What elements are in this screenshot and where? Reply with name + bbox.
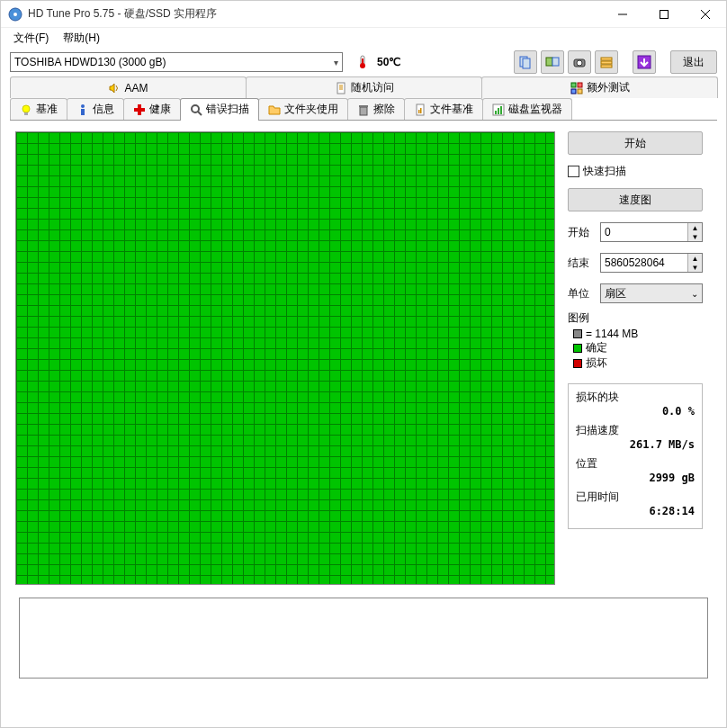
menu-bar: 文件(F) 帮助(H) [1, 28, 726, 48]
tab-file-benchmark[interactable]: 文件基准 [404, 98, 483, 120]
window-title: HD Tune Pro 5.75 - 硬盘/SSD 实用程序 [28, 6, 602, 22]
spinner-arrows[interactable]: ▲▼ [687, 254, 702, 272]
svg-rect-28 [24, 112, 28, 115]
quick-scan-label: 快速扫描 [583, 164, 626, 179]
quick-scan-checkbox[interactable] [568, 166, 579, 177]
save-screenshot-button[interactable] [568, 50, 591, 74]
start-scan-button[interactable]: 开始 [568, 131, 703, 155]
svg-rect-26 [578, 89, 582, 94]
position-value: 2999 gB [576, 472, 695, 484]
tab-info[interactable]: 信息 [67, 98, 124, 120]
svg-rect-12 [552, 58, 559, 66]
chart-icon [492, 103, 505, 116]
position-label: 位置 [576, 456, 695, 472]
health-cross-icon [133, 103, 146, 116]
legend-damaged: 损坏 [568, 355, 703, 371]
svg-rect-17 [601, 65, 612, 67]
tab-folder-usage[interactable]: 文件夹使用 [258, 98, 348, 120]
app-icon [8, 7, 22, 22]
tab-benchmark[interactable]: 基准 [10, 98, 67, 120]
toolbar: TOSHIBA HDWD130 (3000 gB) ▾ 50℃ 退出 [1, 48, 726, 76]
log-output [19, 598, 708, 679]
legend-ok: 确定 [568, 340, 703, 355]
unit-row: 单位 扇区 ⌄ [568, 283, 703, 303]
tab-content: 开始 快速扫描 速度图 开始 0 ▲▼ 结束 5860528064 ▲▼ 单位 … [1, 121, 726, 592]
tab-disk-monitor[interactable]: 磁盘监视器 [482, 98, 572, 120]
folder-icon [268, 103, 281, 116]
block-map [15, 131, 555, 585]
menu-file[interactable]: 文件(F) [6, 29, 56, 48]
menu-help[interactable]: 帮助(H) [56, 29, 107, 48]
save-button[interactable] [633, 50, 656, 74]
end-sector-row: 结束 5860528064 ▲▼ [568, 253, 703, 273]
svg-point-27 [22, 105, 30, 112]
svg-rect-32 [134, 108, 145, 112]
start-sector-row: 开始 0 ▲▼ [568, 222, 703, 242]
svg-rect-3 [660, 10, 669, 18]
gray-square-icon [573, 329, 582, 338]
svg-point-1 [13, 13, 17, 16]
elapsed-value: 6:28:14 [576, 505, 695, 517]
file-bench-icon [414, 103, 426, 116]
tab-aam[interactable]: AAM [10, 76, 247, 98]
bulb-icon [20, 103, 32, 116]
svg-rect-39 [420, 108, 422, 113]
svg-rect-41 [495, 111, 497, 114]
svg-point-33 [192, 105, 199, 112]
spinner-arrows[interactable]: ▲▼ [687, 223, 702, 241]
svg-rect-10 [523, 58, 530, 68]
title-bar: HD Tune Pro 5.75 - 硬盘/SSD 实用程序 [1, 1, 726, 28]
speed-map-button[interactable]: 速度图 [568, 188, 703, 211]
drive-select[interactable]: TOSHIBA HDWD130 (3000 gB) ▾ [10, 52, 343, 72]
svg-rect-11 [546, 58, 552, 66]
info-icon [76, 103, 89, 116]
stats-box: 损坏的块 0.0 % 扫描速度 261.7 MB/s 位置 2999 gB 已用… [568, 383, 703, 529]
options-button[interactable] [595, 50, 618, 74]
exit-button[interactable]: 退出 [670, 50, 717, 74]
temperature-value: 50℃ [377, 56, 400, 68]
side-panel: 开始 快速扫描 速度图 开始 0 ▲▼ 结束 5860528064 ▲▼ 单位 … [568, 131, 703, 585]
maximize-button[interactable] [643, 1, 685, 28]
copy-screenshot-button[interactable] [541, 50, 564, 74]
thermometer-icon [355, 55, 370, 69]
tab-error-scan[interactable]: 错误扫描 [180, 98, 259, 120]
svg-rect-38 [418, 110, 420, 113]
start-sector-input[interactable]: 0 ▲▼ [600, 222, 703, 242]
end-sector-label: 结束 [568, 256, 595, 271]
svg-rect-16 [601, 61, 612, 64]
copy-info-button[interactable] [514, 50, 537, 74]
magnifier-icon [190, 103, 202, 116]
drive-select-value: TOSHIBA HDWD130 (3000 gB) [14, 56, 166, 68]
svg-point-14 [577, 60, 582, 66]
svg-rect-30 [81, 109, 85, 115]
green-square-icon [573, 344, 582, 353]
svg-rect-19 [337, 83, 345, 94]
document-icon [335, 82, 347, 94]
scan-speed-value: 261.7 MB/s [576, 438, 695, 451]
legend: 图例 = 1144 MB 确定 损坏 [568, 310, 703, 371]
red-square-icon [573, 359, 582, 368]
minimize-button[interactable] [602, 1, 643, 28]
tab-erase[interactable]: 擦除 [347, 98, 405, 120]
elapsed-label: 已用时间 [576, 490, 695, 505]
tab-health[interactable]: 健康 [123, 98, 181, 120]
speaker-icon [108, 82, 121, 94]
end-sector-input[interactable]: 5860528064 ▲▼ [600, 253, 703, 273]
chevron-down-icon: ⌄ [691, 289, 698, 299]
dropdown-arrow-icon: ▾ [334, 58, 338, 67]
svg-rect-23 [571, 83, 576, 87]
start-sector-label: 开始 [568, 225, 595, 240]
svg-rect-35 [360, 107, 367, 115]
unit-label: 单位 [568, 286, 595, 301]
svg-rect-15 [601, 58, 612, 60]
tab-extra-tests[interactable]: 额外测试 [481, 76, 718, 98]
close-button[interactable] [685, 1, 726, 28]
svg-rect-8 [362, 58, 364, 66]
tab-random-access[interactable]: 随机访问 [246, 76, 482, 98]
tabs-area: AAM 随机访问 额外测试 基准 信息 健康 错误扫描 文件夹使用 [1, 76, 726, 121]
unit-select[interactable]: 扇区 ⌄ [600, 283, 703, 303]
damaged-blocks-value: 0.0 % [576, 405, 695, 418]
trash-icon [357, 103, 370, 116]
quick-scan-row[interactable]: 快速扫描 [568, 162, 703, 181]
grid-icon [570, 82, 583, 94]
